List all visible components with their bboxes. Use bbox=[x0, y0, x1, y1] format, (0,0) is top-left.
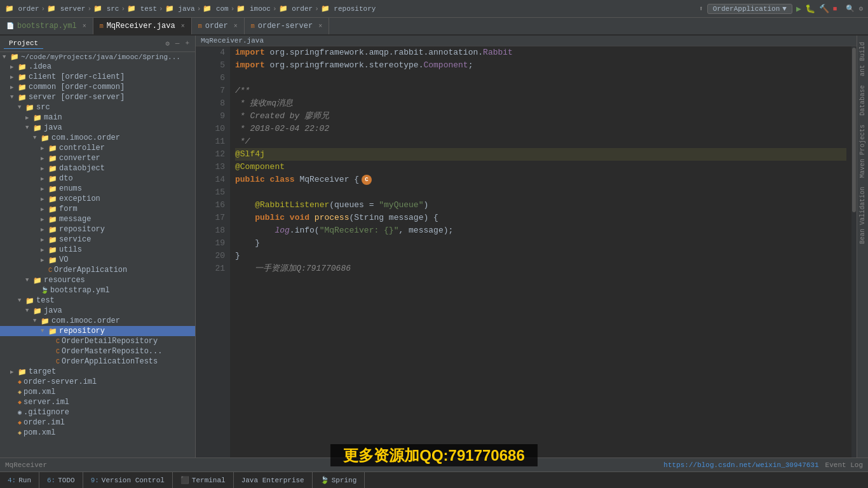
build-button[interactable]: 🔨 bbox=[819, 4, 829, 14]
tab-bootstrap-yml-close[interactable]: × bbox=[83, 23, 86, 30]
tree-pom-xml-2[interactable]: ◈ pom.xml bbox=[0, 428, 195, 438]
stop-button[interactable]: ■ bbox=[833, 5, 837, 13]
tree-test-repository[interactable]: ▼ 📁 repository bbox=[0, 326, 195, 336]
arrow-test: ▼ bbox=[18, 297, 25, 304]
tab-bootstrap-yml[interactable]: 📄 bootstrap.yml × bbox=[0, 18, 93, 34]
tab-order-server-close[interactable]: × bbox=[318, 23, 322, 30]
tree-pom-xml[interactable]: ◈ pom.xml bbox=[0, 387, 195, 397]
tab-mq-receiver-close[interactable]: × bbox=[181, 23, 185, 30]
breadcrumb-src[interactable]: 📁 src bbox=[93, 4, 119, 13]
tree-com-imooc-order[interactable]: ▼ 📁 com.imooc.order bbox=[0, 133, 195, 143]
version-control-tab[interactable]: 9: Version Control bbox=[83, 472, 173, 488]
tree-converter[interactable]: ▶ 📁 converter bbox=[0, 153, 195, 163]
breadcrumb-test[interactable]: 📁 test bbox=[127, 4, 157, 13]
tab-order-label: order bbox=[205, 22, 228, 30]
spring-tab-icon: 🍃 bbox=[320, 476, 329, 484]
tree-java[interactable]: ▼ 📁 java bbox=[0, 123, 195, 133]
breadcrumb-imooc[interactable]: 📁 imooc bbox=[236, 4, 271, 13]
tree-idea[interactable]: ▶ 📁 .idea bbox=[0, 62, 195, 72]
order-server-iml-label: order-server.iml bbox=[24, 377, 97, 386]
sidebar-collapse-icon[interactable]: — bbox=[173, 39, 182, 48]
tree-server-iml[interactable]: ◆ server.iml bbox=[0, 397, 195, 407]
tab-order-server[interactable]: m order-server × bbox=[245, 18, 329, 34]
tree-common[interactable]: ▶ 📁 common [order-common] bbox=[0, 82, 195, 92]
breadcrumb-order2[interactable]: 📁 order bbox=[279, 4, 313, 13]
tree-resources[interactable]: ▼ 📁 resources bbox=[0, 275, 195, 285]
bean-validation-label[interactable]: Bean Validation bbox=[858, 183, 867, 248]
tree-order-detail-repo[interactable]: C OrderDetailRepository bbox=[0, 336, 195, 346]
tree-bootstrap-yml[interactable]: 🍃 bootstrap.yml bbox=[0, 285, 195, 295]
tree-gitignore[interactable]: ◉ .gitignore bbox=[0, 407, 195, 417]
tree-service[interactable]: ▶ 📁 service bbox=[0, 234, 195, 245]
tree-repository-src[interactable]: ▶ 📁 repository bbox=[0, 224, 195, 234]
scrollbar-thumb[interactable] bbox=[852, 48, 856, 212]
tree-vo[interactable]: ▶ 📁 VO bbox=[0, 255, 195, 265]
tree-dto[interactable]: ▶ 📁 dto bbox=[0, 173, 195, 184]
tab-bootstrap-yml-label: bootstrap.yml bbox=[17, 22, 77, 30]
editor-scrollbar[interactable] bbox=[851, 46, 857, 458]
breadcrumb-java[interactable]: 📁 java bbox=[165, 4, 195, 13]
tab-order[interactable]: m order × bbox=[192, 18, 245, 34]
tree-target[interactable]: ▶ 📁 target bbox=[0, 367, 195, 377]
tree-order-iml[interactable]: ◆ order.iml bbox=[0, 417, 195, 428]
vo-label: VO bbox=[59, 255, 68, 264]
tree-message[interactable]: ▶ 📁 message bbox=[0, 214, 195, 224]
current-file-label: MqReceiver bbox=[5, 461, 47, 469]
tree-root-path[interactable]: ▼ 📁 ~/code/myProjects/java/imooc/Spring.… bbox=[0, 52, 195, 62]
test-com-label: com.imooc.order bbox=[51, 316, 120, 325]
tree-main[interactable]: ▶ 📁 main bbox=[0, 112, 195, 123]
code-line-15 bbox=[235, 186, 846, 199]
terminal-tab-icon: ⬛ bbox=[180, 476, 189, 484]
tab-order-close[interactable]: × bbox=[234, 23, 238, 30]
event-log-label[interactable]: Event Log bbox=[825, 461, 863, 469]
code-editor[interactable]: 4 5 6 7 8 9 10 11 12 13 14 15 16 17 18 1… bbox=[196, 46, 857, 458]
breadcrumb-repository[interactable]: 📁 repository bbox=[321, 4, 376, 13]
sidebar-gear-icon[interactable]: ⚙ bbox=[163, 39, 172, 48]
tree-form[interactable]: ▶ 📁 form bbox=[0, 204, 195, 214]
tree-controller[interactable]: ▶ 📁 controller bbox=[0, 143, 195, 153]
tree-test-java[interactable]: ▼ 📁 java bbox=[0, 306, 195, 316]
sidebar-expand-icon[interactable]: + bbox=[183, 39, 191, 48]
code-content[interactable]: import org.springframework.amqp.rabbit.a… bbox=[230, 46, 851, 458]
tree-dataobject[interactable]: ▶ 📁 dataobject bbox=[0, 163, 195, 173]
breadcrumb-com[interactable]: 📁 com bbox=[203, 4, 228, 13]
tree-order-server-iml[interactable]: ◆ order-server.iml bbox=[0, 377, 195, 387]
tree-test-com[interactable]: ▼ 📁 com.imooc.order bbox=[0, 316, 195, 326]
tree-client[interactable]: ▶ 📁 client [order-client] bbox=[0, 72, 195, 82]
database-label[interactable]: Database bbox=[858, 81, 867, 119]
tree-src[interactable]: ▼ 📁 src bbox=[0, 102, 195, 112]
line14-public: public bbox=[235, 173, 270, 186]
terminal-tab[interactable]: ⬛ Terminal bbox=[173, 472, 234, 488]
code-line-14: public class MqReceiver { C bbox=[235, 173, 846, 186]
gitignore-label: .gitignore bbox=[24, 408, 69, 417]
tree-utils[interactable]: ▶ 📁 utils bbox=[0, 245, 195, 255]
breadcrumb-server[interactable]: 📁 server bbox=[47, 4, 85, 13]
search-everywhere-icon[interactable]: 🔍 bbox=[846, 4, 855, 13]
tree-order-application[interactable]: C OrderApplication bbox=[0, 265, 195, 275]
todo-tab[interactable]: 6: TODO bbox=[39, 472, 83, 488]
ant-build-label[interactable]: ant Build bbox=[858, 38, 867, 80]
sidebar-tab-project[interactable]: Project bbox=[4, 38, 43, 49]
arrow-repo-src: ▶ bbox=[41, 226, 48, 233]
run-tab[interactable]: 4: Run bbox=[0, 472, 39, 488]
breadcrumb-order[interactable]: 📁 order bbox=[5, 4, 39, 13]
tree-exception[interactable]: ▶ 📁 exception bbox=[0, 194, 195, 204]
line14-class: class bbox=[270, 173, 300, 186]
vc-tab-num: 9: bbox=[91, 477, 99, 484]
tree-server[interactable]: ▼ 📁 server [order-server] bbox=[0, 92, 195, 102]
maven-projects-label[interactable]: Maven Projects bbox=[858, 121, 867, 182]
settings-icon[interactable]: ⚙ bbox=[858, 4, 863, 13]
code-line-7: /** bbox=[235, 85, 846, 97]
line18-log: log bbox=[275, 224, 289, 237]
tab-mq-receiver[interactable]: m MqReceiver.java × bbox=[93, 18, 192, 34]
run-config-selector[interactable]: OrderApplication ▼ bbox=[707, 4, 792, 14]
run-button[interactable]: ▶ bbox=[796, 4, 801, 14]
debug-button[interactable]: 🐛 bbox=[805, 4, 815, 14]
tree-test[interactable]: ▼ 📁 test bbox=[0, 295, 195, 306]
java-enterprise-tab[interactable]: Java Enterprise bbox=[234, 472, 313, 488]
tree-order-master-repo[interactable]: C OrderMasterReposito... bbox=[0, 346, 195, 356]
pom-xml-2-label: pom.xml bbox=[24, 428, 55, 437]
spring-tab[interactable]: 🍃 Spring bbox=[313, 472, 365, 488]
tree-enums[interactable]: ▶ 📁 enums bbox=[0, 184, 195, 194]
tree-order-app-tests[interactable]: C OrderApplicationTests bbox=[0, 356, 195, 367]
